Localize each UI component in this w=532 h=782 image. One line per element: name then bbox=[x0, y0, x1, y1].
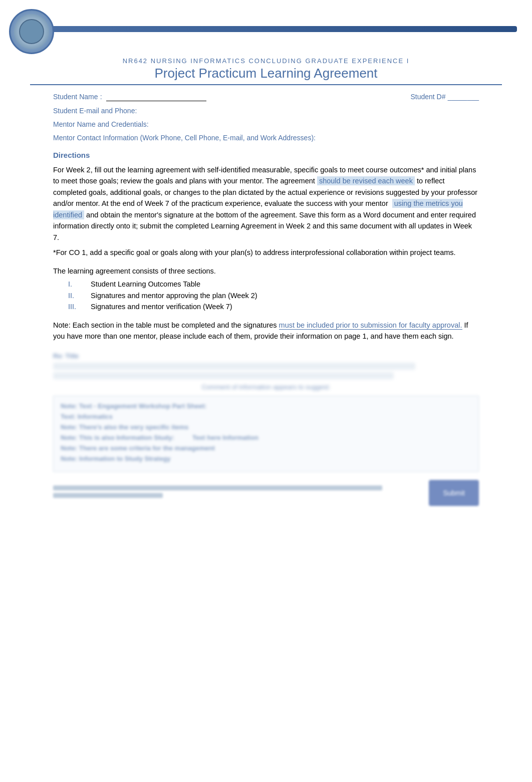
subtitle: NR642 Nursing Informatics Concluding Gra… bbox=[30, 57, 502, 65]
blurred-row-6: Note: Information to Study Strategy bbox=[61, 455, 471, 462]
email-phone-label: Student E-mail and Phone: bbox=[53, 107, 137, 115]
logo-emblem bbox=[19, 19, 44, 44]
student-name-colon: : bbox=[100, 93, 102, 101]
student-name-input[interactable] bbox=[106, 92, 206, 101]
mentor-name-row: Mentor Name and Credentials: bbox=[53, 120, 479, 128]
sections-intro: The learning agreement consists of three… bbox=[53, 266, 479, 277]
list-item-3: III. Signatures and mentor verification … bbox=[68, 301, 479, 312]
redacted-title: Re: Title bbox=[53, 352, 479, 360]
blurred-row-2: Text: Informatics bbox=[61, 413, 471, 420]
university-logo bbox=[9, 9, 54, 54]
logo-inner bbox=[14, 14, 49, 49]
student-name-field: Student Name : bbox=[53, 92, 206, 101]
note-section: Note: Each section in the table must be … bbox=[53, 320, 479, 342]
bottom-text-block bbox=[53, 485, 419, 500]
blurred-row-3: Note: There's also the very specific ite… bbox=[61, 423, 471, 431]
main-title: Project Practicum Learning Agreement bbox=[30, 66, 502, 81]
list-item-1: I. Student Learning Outcomes Table bbox=[68, 279, 479, 290]
bottom-line-2 bbox=[53, 493, 163, 498]
directions-para1: For Week 2, fill out the learning agreem… bbox=[53, 164, 479, 243]
mentor-contact-label: Mentor Contact Information (Work Phone, … bbox=[53, 134, 316, 142]
blurred-list-section: Note: Text - Engagement Workshop Part Sh… bbox=[53, 396, 479, 472]
submit-button[interactable]: Submit bbox=[429, 480, 479, 506]
content: Student Name : Student D# ________ Stude… bbox=[0, 85, 532, 524]
note-before: Note: Each section in the table must be … bbox=[53, 321, 277, 329]
redacted-center: Comment of information appears to sugges… bbox=[53, 383, 479, 391]
email-phone-row: Student E-mail and Phone: bbox=[53, 106, 479, 115]
bottom-line-1 bbox=[53, 485, 382, 490]
student-name-label: Student Name bbox=[53, 93, 98, 101]
mentor-name-label: Mentor Name and Credentials: bbox=[53, 120, 149, 128]
redacted-line-1 bbox=[53, 363, 415, 370]
header-bar bbox=[44, 26, 517, 32]
student-id-label: Student D# bbox=[410, 93, 445, 101]
redacted-section: Re: Title Comment of information appears… bbox=[53, 352, 479, 391]
redacted-line-2 bbox=[53, 372, 394, 379]
list-item-2: II. Signatures and mentor approving the … bbox=[68, 290, 479, 301]
student-id-field: Student D# ________ bbox=[410, 92, 479, 101]
bottom-section: Submit bbox=[53, 480, 479, 506]
list-num-1: I. bbox=[68, 279, 81, 290]
header bbox=[0, 0, 532, 54]
list-text-2: Signatures and mentor approving the plan… bbox=[91, 290, 257, 301]
blurred-row-4: Note: This is also Information Study: Te… bbox=[61, 434, 471, 441]
blurred-row-5: Note: There are some criteria for the ma… bbox=[61, 444, 471, 452]
blurred-row-1: Note: Text - Engagement Workshop Part Sh… bbox=[61, 402, 471, 410]
title-section: NR642 Nursing Informatics Concluding Gra… bbox=[30, 57, 502, 85]
mentor-contact-row: Mentor Contact Information (Work Phone, … bbox=[53, 133, 479, 142]
list-num-3: III. bbox=[68, 301, 81, 312]
directions-para2: *For CO 1, add a specific goal or goals … bbox=[53, 247, 479, 258]
para1-end: and obtain the mentor's signature at the… bbox=[53, 211, 476, 241]
note-highlight: must be included prior to submission for… bbox=[279, 321, 462, 330]
list-text-1: Student Learning Outcomes Table bbox=[91, 279, 200, 290]
page: NR642 Nursing Informatics Concluding Gra… bbox=[0, 0, 532, 782]
list-text-3: Signatures and mentor verification (Week… bbox=[91, 301, 232, 312]
sections-list: The learning agreement consists of three… bbox=[53, 266, 479, 313]
directions-heading: Directions bbox=[53, 151, 479, 159]
para1-highlight: should be revised each week bbox=[317, 176, 415, 185]
list-num-2: II. bbox=[68, 290, 81, 301]
student-id-line: ________ bbox=[448, 93, 479, 101]
student-id-row: Student Name : Student D# ________ bbox=[53, 92, 479, 101]
